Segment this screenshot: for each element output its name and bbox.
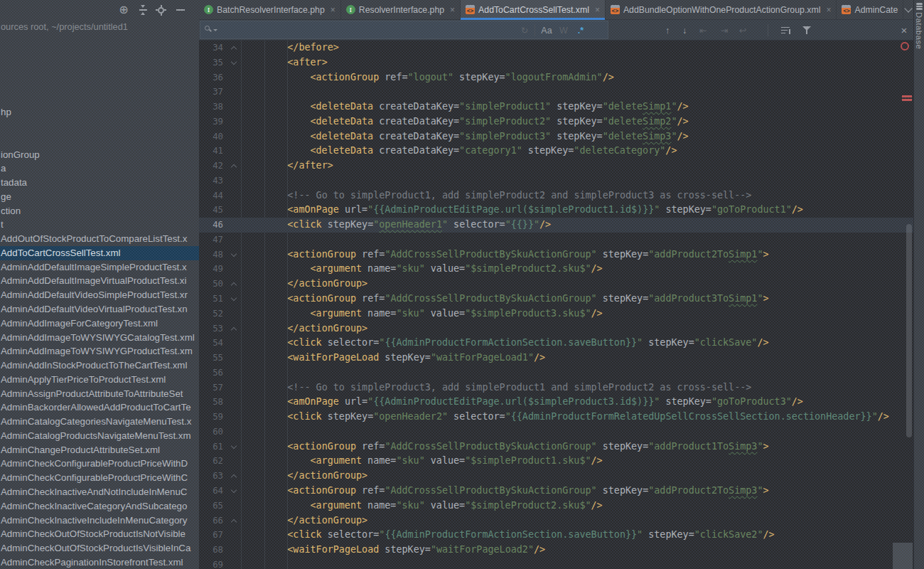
tree-item[interactable]: ge xyxy=(0,190,199,204)
code-line[interactable]: 62<argument name="sku" value="$simplePro… xyxy=(199,454,913,469)
tree-item[interactable]: AdminCatalogProductsNavigateMenuTest.xm xyxy=(0,429,199,443)
tree-item[interactable]: ction xyxy=(0,204,199,218)
error-stripe-mark[interactable] xyxy=(902,95,912,97)
code-line[interactable]: 41<deleteData createDataKey="category1" … xyxy=(199,144,913,159)
match-case-toggle[interactable]: Aa xyxy=(539,20,554,41)
tree-item[interactable]: AdminCheckConfigurableProductPriceWithD xyxy=(0,457,199,471)
code-line[interactable]: 56 xyxy=(199,366,913,381)
editor-tab[interactable]: <>AddToCartCrossSellTest.xml× xyxy=(461,0,606,19)
code-line[interactable]: 69 xyxy=(199,558,913,569)
fold-end-icon[interactable] xyxy=(231,326,237,331)
code-line[interactable]: 43 xyxy=(199,174,913,188)
code-line[interactable]: 50</actionGroup> xyxy=(199,277,913,292)
code-line[interactable]: 45<amOnPage url="{{AdminProductEditPage.… xyxy=(199,203,913,218)
code-line[interactable]: 68<waitForPageLoad stepKey="waitForPageL… xyxy=(199,543,913,558)
tree-item[interactable]: AdminAddDefaultImageSimpleProductTest.x xyxy=(0,260,199,275)
hidden-tabs-chevron-icon[interactable] xyxy=(903,0,913,19)
error-stripe-mark[interactable] xyxy=(902,99,912,101)
fold-collapse-icon[interactable] xyxy=(231,444,237,450)
code-editor[interactable]: 34</before>35<after>36<actionGroup ref="… xyxy=(199,41,913,569)
fold-end-icon[interactable] xyxy=(231,518,237,523)
code-line[interactable]: 52<argument name="sku" value="$simplePro… xyxy=(199,307,913,321)
close-tab-icon[interactable]: × xyxy=(595,5,600,15)
error-indicator-icon[interactable] xyxy=(901,42,909,50)
code-line[interactable]: 34</before> xyxy=(199,41,913,55)
database-tool-button[interactable]: Database xyxy=(915,3,923,49)
search-icon[interactable] xyxy=(205,26,211,32)
select-all-occurrences-icon[interactable]: ⇤ xyxy=(697,20,709,41)
code-line[interactable]: 60 xyxy=(199,425,913,440)
tree-item[interactable]: AdminCheckInactiveIncludeInMenuCategory xyxy=(0,514,199,528)
tree-item[interactable]: AdminCheckConfigurableProductPriceWithC xyxy=(0,471,199,485)
tree-item[interactable]: AddToCartCrossSellTest.xml xyxy=(0,246,199,260)
next-occurrence-icon[interactable]: ↓ xyxy=(678,20,691,41)
tree-item[interactable]: AdminCheckPaginationInStorefrontTest.xml xyxy=(0,555,199,569)
tree-item[interactable]: AdminAddImageForCategoryTest.xml xyxy=(0,317,199,331)
fold-end-icon[interactable] xyxy=(231,163,237,169)
search-history-caret-icon[interactable] xyxy=(213,29,217,31)
fold-collapse-icon[interactable] xyxy=(231,60,237,65)
code-line[interactable]: 46<click stepKey="openHeader1" selector=… xyxy=(199,218,913,233)
code-line[interactable]: 49<argument name="sku" value="$simplePro… xyxy=(199,262,913,277)
tree-item[interactable]: AdminCheckOutOfStockProductIsNotVisible xyxy=(0,527,199,541)
tree-item[interactable]: AdminAddDefaultVideoVirtualProductTest.x… xyxy=(0,302,199,317)
code-line[interactable]: 54<click selector="{{AdminProductFormAct… xyxy=(199,336,913,351)
fold-end-icon[interactable] xyxy=(231,473,237,479)
code-line[interactable]: 67<click selector="{{AdminProductFormAct… xyxy=(199,528,913,543)
tree-item[interactable] xyxy=(0,78,199,92)
fold-end-icon[interactable] xyxy=(231,281,237,287)
code-line[interactable]: 64<actionGroup ref="AddCrossSellProductB… xyxy=(199,484,913,499)
code-line[interactable]: 58<amOnPage url="{{AdminProductEditPage.… xyxy=(199,395,913,410)
code-line[interactable]: 66</actionGroup> xyxy=(199,514,913,528)
close-tab-icon[interactable]: × xyxy=(331,5,335,15)
tree-item[interactable]: AdminCatalogCategoriesNavigateMenuTest.x xyxy=(0,415,199,429)
tree-item[interactable]: hp xyxy=(0,105,199,119)
code-line[interactable]: 51<actionGroup ref="AddCrossSellProductB… xyxy=(199,292,913,307)
find-option-icon[interactable]: ⇥ xyxy=(718,20,731,41)
code-line[interactable]: 44<!-- Go to simpleProduct1, add simpleP… xyxy=(199,188,913,203)
tree-item[interactable]: AdminBackorderAllowedAddProductToCartTe xyxy=(0,400,199,415)
editor-tab[interactable]: <>AdminCate xyxy=(837,0,903,19)
find-option2-icon[interactable]: ↩ xyxy=(736,20,749,41)
words-toggle[interactable]: W xyxy=(557,20,571,41)
fold-collapse-icon[interactable] xyxy=(231,252,237,257)
tree-item[interactable]: AdminApplyTierPriceToProductTest.xml xyxy=(0,373,199,387)
tree-item[interactable]: AdminAddImageToWYSIWYGProductTest.xm xyxy=(0,344,199,358)
code-line[interactable]: 47 xyxy=(199,233,913,248)
tree-item[interactable]: AdminCheckInactiveCategoryAndSubcatego xyxy=(0,499,199,514)
code-line[interactable]: 55<waitForPageLoad stepKey="waitForPageL… xyxy=(199,351,913,366)
code-line[interactable]: 40<deleteData createDataKey="simpleProdu… xyxy=(199,129,913,144)
tree-item[interactable]: tadata xyxy=(0,176,199,190)
code-line[interactable]: 42</after> xyxy=(199,159,913,174)
close-tab-icon[interactable]: × xyxy=(450,5,455,15)
editor-tab[interactable]: IResolverInterface.php× xyxy=(341,0,461,19)
tree-item[interactable] xyxy=(0,134,199,148)
collapse-all-icon[interactable] xyxy=(139,5,147,15)
tree-item[interactable]: AdminCheckInactiveAndNotIncludeInMenuC xyxy=(0,485,199,499)
tree-item[interactable]: AddOutOfStockProductToCompareListTest.x xyxy=(0,232,199,246)
filter-icon[interactable] xyxy=(800,20,814,41)
regex-toggle[interactable]: .* xyxy=(573,20,589,41)
tree-item[interactable]: AdminAddImageToWYSIWYGCatalogTest.xml xyxy=(0,331,199,345)
editor-tab[interactable]: IBatchResolverInterface.php× xyxy=(199,0,341,19)
tree-item[interactable]: AdminAssignProductAttributeToAttributeSe… xyxy=(0,387,199,401)
tree-item[interactable]: AdminCheckOutOfStockProductIsVisibleInCa xyxy=(0,541,199,555)
fold-collapse-icon[interactable] xyxy=(231,488,237,494)
tree-item[interactable]: AdminAddDefaultImageVirtualProductTest.x… xyxy=(0,274,199,288)
editor-tab[interactable]: <>AddBundleOptionWithOneProductActionGro… xyxy=(606,0,837,19)
fold-collapse-icon[interactable] xyxy=(231,296,237,302)
fold-end-icon[interactable] xyxy=(231,45,237,50)
tree-item[interactable] xyxy=(0,92,199,106)
close-tab-icon[interactable]: × xyxy=(826,5,831,15)
code-line[interactable]: 35<after> xyxy=(199,55,913,70)
code-line[interactable]: 48<actionGroup ref="AddCrossSellProductB… xyxy=(199,248,913,262)
tree-item[interactable]: AdminChangeProductAttributeSet.xml xyxy=(0,443,199,457)
gear-icon[interactable] xyxy=(156,6,166,15)
code-line[interactable]: 36<actionGroup ref="logout" stepKey="log… xyxy=(199,70,913,85)
hide-panel-icon[interactable] xyxy=(175,4,186,16)
tree-item[interactable]: t xyxy=(0,218,199,232)
tree-item[interactable] xyxy=(0,119,199,134)
locate-file-icon[interactable]: ⊕ xyxy=(118,4,129,16)
code-line[interactable]: 61<actionGroup ref="AddCrossSellProductB… xyxy=(199,440,913,454)
sort-lines-icon[interactable] xyxy=(778,20,793,41)
